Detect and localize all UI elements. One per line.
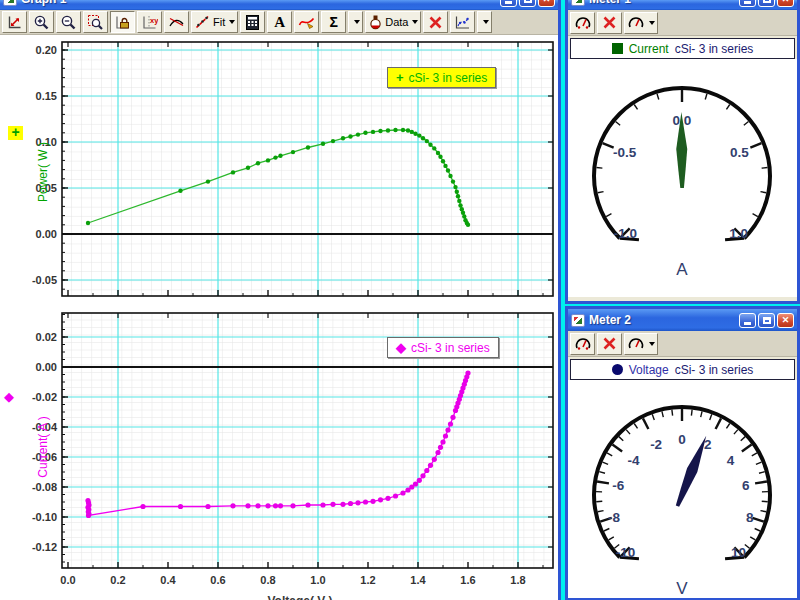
- gauge-icon: [627, 14, 645, 31]
- meter1-titlebar[interactable]: Meter 1 ✕: [568, 0, 797, 10]
- bottom-legend-label: cSi- 3 in series: [411, 341, 490, 355]
- meter2-window-title: Meter 2: [589, 313, 737, 327]
- graph-window-title: Graph 1: [21, 0, 498, 6]
- meter2-dataset-label: cSi- 3 in series: [675, 363, 754, 377]
- svg-text:0: 0: [678, 432, 686, 447]
- calculator-button[interactable]: [240, 11, 265, 33]
- current-axis-marker-icon[interactable]: ◆: [4, 389, 14, 404]
- curve-fit-icon: [194, 14, 211, 31]
- top-legend-label: cSi- 3 in series: [409, 71, 488, 85]
- meter1-legend[interactable]: Current cSi- 3 in series: [570, 38, 795, 59]
- draw-prediction-icon: [298, 14, 315, 31]
- minimize-button[interactable]: [500, 0, 517, 7]
- meter2-window-icon: [571, 314, 585, 327]
- text-annotation-button[interactable]: A: [267, 11, 292, 33]
- graph-window-icon: [3, 0, 17, 6]
- gauge-unit-label: V: [676, 579, 688, 598]
- svg-text:-0.08: -0.08: [32, 481, 57, 493]
- autoscale-button[interactable]: [2, 11, 27, 33]
- meter2-delete-button[interactable]: [597, 333, 622, 355]
- svg-text:0.2: 0.2: [110, 574, 125, 586]
- meter1-maximize-button[interactable]: [758, 0, 775, 7]
- svg-text:-10: -10: [616, 545, 636, 560]
- examine-button[interactable]: xy: [137, 11, 162, 33]
- lock-axes-button[interactable]: [110, 11, 135, 33]
- delete-button[interactable]: [423, 11, 448, 33]
- top-plot-legend[interactable]: + cSi- 3 in series: [387, 67, 496, 88]
- meter1-options-button[interactable]: [624, 12, 658, 34]
- gauge-icon: [574, 14, 592, 31]
- data-bottle-icon: [368, 14, 383, 31]
- meter1-minimize-button[interactable]: [739, 0, 756, 7]
- svg-text:-0.02: -0.02: [32, 391, 57, 403]
- graph-options-dropdown-button[interactable]: [477, 11, 492, 33]
- graph-options-button[interactable]: [450, 11, 475, 33]
- graph-plot-area[interactable]: 0.200.150.100.050.00-0.050.00.20.40.60.8…: [0, 35, 557, 600]
- meter2-minimize-button[interactable]: [739, 313, 756, 328]
- meter1-dataset-label: cSi- 3 in series: [675, 42, 754, 56]
- svg-text:1.0: 1.0: [729, 226, 748, 241]
- curve-fit-button[interactable]: Fit: [191, 11, 238, 33]
- zoom-out-button[interactable]: [56, 11, 81, 33]
- meter2-gauge[interactable]: -10-8-6-4-20246810V: [568, 380, 797, 598]
- tangent-button[interactable]: [164, 11, 189, 33]
- delete-x-icon: [601, 335, 618, 352]
- voltage-axis-label[interactable]: Voltage( V ): [267, 594, 332, 600]
- diamond-series-marker-icon: ◆: [396, 340, 406, 355]
- svg-text:-0.12: -0.12: [32, 541, 57, 553]
- text-annotation-label: A: [274, 14, 285, 31]
- application-workspace: Graph 1 ✕: [0, 0, 800, 600]
- close-button[interactable]: ✕: [538, 0, 555, 7]
- meter2-toolbar: [568, 331, 797, 357]
- zoom-select-button[interactable]: [83, 11, 108, 33]
- svg-text:-8: -8: [608, 510, 620, 525]
- meter1-close-button[interactable]: ✕: [777, 0, 794, 7]
- meter2-options-button[interactable]: [624, 333, 658, 355]
- svg-text:1.8: 1.8: [510, 574, 525, 586]
- fit-dropdown-caret: [229, 20, 235, 24]
- calculator-icon: [244, 14, 261, 31]
- lock-axes-icon: [114, 14, 131, 31]
- svg-text:-6: -6: [612, 478, 624, 493]
- data-menu-button[interactable]: Data: [365, 11, 421, 33]
- meter2-gauge-button[interactable]: [570, 333, 595, 355]
- meter2-maximize-button[interactable]: [758, 313, 775, 328]
- zoom-in-button[interactable]: [29, 11, 54, 33]
- current-axis-label[interactable]: Current( A ): [36, 416, 50, 477]
- meter1-window-icon: [571, 0, 585, 6]
- svg-text:6: 6: [742, 478, 750, 493]
- svg-text:0.02: 0.02: [36, 331, 57, 343]
- zoom-in-icon: [33, 14, 50, 31]
- statistics-dropdown-button[interactable]: [348, 11, 363, 33]
- meter1-delete-button[interactable]: [597, 12, 622, 34]
- power-axis-label[interactable]: Power( W ): [36, 142, 50, 202]
- statistics-dropdown-caret: [354, 20, 360, 24]
- examine-icon: xy: [141, 14, 158, 31]
- statistics-button[interactable]: Σ: [321, 11, 346, 33]
- maximize-button[interactable]: [519, 0, 536, 7]
- meter1-window: Meter 1 ✕: [565, 0, 800, 304]
- meter2-titlebar[interactable]: Meter 2 ✕: [568, 309, 797, 331]
- draw-prediction-button[interactable]: [294, 11, 319, 33]
- meter2-options-caret: [649, 342, 655, 346]
- svg-text:0.00: 0.00: [36, 361, 57, 373]
- svg-text:0.5: 0.5: [730, 145, 749, 160]
- svg-text:0.6: 0.6: [210, 574, 225, 586]
- svg-text:4: 4: [727, 453, 735, 468]
- bottom-plot-legend[interactable]: ◆ cSi- 3 in series: [387, 337, 499, 358]
- meter2-close-button[interactable]: ✕: [777, 313, 794, 328]
- svg-text:-0.5: -0.5: [613, 145, 637, 160]
- power-axis-marker-icon[interactable]: +: [8, 126, 23, 140]
- meter1-gauge[interactable]: -1.0-0.50.00.51.0A: [568, 59, 797, 297]
- meter2-legend[interactable]: Voltage cSi- 3 in series: [570, 359, 795, 380]
- svg-text:1.2: 1.2: [360, 574, 375, 586]
- svg-text:-1.0: -1.0: [614, 226, 637, 241]
- meter1-channel-label: Current: [629, 42, 669, 56]
- svg-text:1.4: 1.4: [410, 574, 426, 586]
- graph-window-titlebar[interactable]: Graph 1 ✕: [0, 0, 558, 10]
- graph-toolbar: xy Fit: [0, 10, 558, 35]
- svg-text:-0.10: -0.10: [32, 511, 57, 523]
- meter1-gauge-button[interactable]: [570, 12, 595, 34]
- graph-window: Graph 1 ✕: [0, 0, 561, 600]
- data-menu-label: Data: [385, 16, 408, 28]
